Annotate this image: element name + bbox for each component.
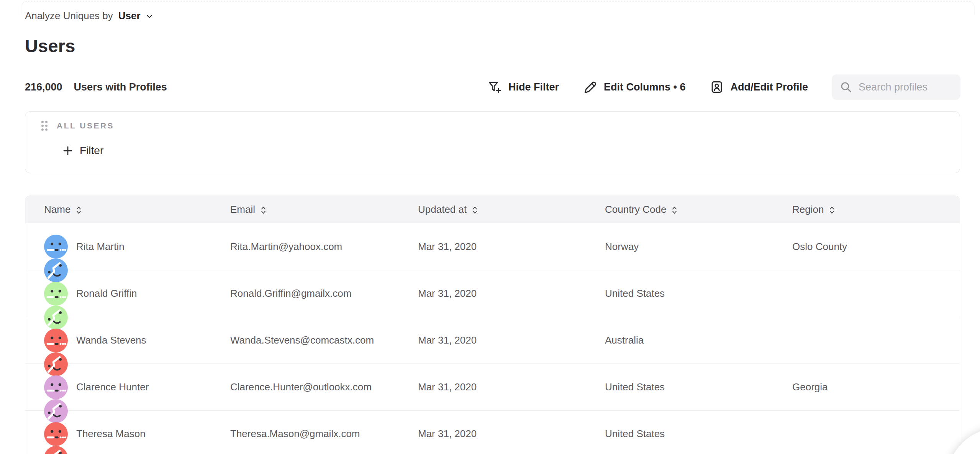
- avatar: [44, 282, 68, 306]
- hide-filter-button[interactable]: Hide Filter: [487, 80, 559, 94]
- profile-count-group: 216,000 Users with Profiles: [25, 81, 167, 93]
- avatar: [44, 329, 68, 352]
- sort-icon: [472, 206, 478, 214]
- filter-group-header: ALL USERS: [41, 121, 114, 131]
- user-name: Ronald Griffin: [76, 288, 137, 299]
- search-icon: [839, 81, 852, 94]
- user-name: Theresa Mason: [76, 428, 146, 440]
- table-row[interactable]: Rita Martin Rita.Martin@yahoox.com Mar 3…: [25, 223, 960, 270]
- user-updated-at: Mar 31, 2020: [418, 428, 477, 440]
- add-edit-profile-button[interactable]: Add/Edit Profile: [710, 80, 808, 94]
- user-country: United States: [605, 428, 665, 440]
- table-row[interactable]: Wanda Stevens Wanda.Stevens@comcastx.com…: [25, 317, 960, 364]
- content-card-top-edge: [21, 1, 975, 15]
- user-email: Ronald.Griffin@gmailx.com: [230, 288, 351, 299]
- edit-columns-label: Edit Columns • 6: [604, 81, 685, 93]
- user-updated-at: Mar 31, 2020: [418, 334, 477, 346]
- profile-count-label: Users with Profiles: [74, 81, 167, 93]
- search-profiles-box[interactable]: [832, 74, 960, 100]
- column-header-name[interactable]: Name: [25, 196, 211, 223]
- add-edit-profile-label: Add/Edit Profile: [731, 81, 808, 93]
- profile-count: 216,000: [25, 81, 62, 93]
- filter-funnel-icon: [487, 80, 502, 94]
- page-title: Users: [25, 35, 75, 56]
- chevron-down-icon: [145, 12, 154, 21]
- profile-badge-icon: [710, 80, 724, 94]
- user-updated-at: Mar 31, 2020: [418, 241, 477, 253]
- filter-group-label: ALL USERS: [57, 121, 114, 130]
- column-header-label: Email: [230, 204, 255, 215]
- user-region: Oslo County: [792, 241, 847, 253]
- sort-icon: [261, 206, 266, 214]
- user-email: Rita.Martin@yahoox.com: [230, 241, 342, 253]
- column-header-region[interactable]: Region: [774, 196, 960, 223]
- user-updated-at: Mar 31, 2020: [418, 288, 477, 299]
- user-email: Theresa.Mason@gmailx.com: [230, 428, 360, 440]
- users-table: Name Email Updated at Country Code Regio…: [25, 196, 960, 454]
- user-country: United States: [605, 381, 665, 393]
- user-country: United States: [605, 288, 665, 299]
- sort-icon: [672, 206, 677, 214]
- sort-icon: [829, 206, 835, 214]
- user-email: Clarence.Hunter@outlookx.com: [230, 381, 372, 393]
- table-row[interactable]: Ronald Griffin Ronald.Griffin@gmailx.com…: [25, 270, 960, 317]
- user-name: Rita Martin: [76, 241, 125, 253]
- analyze-by-label: Analyze Uniques by: [25, 10, 113, 22]
- avatar: [44, 375, 68, 399]
- user-country: Australia: [605, 334, 644, 346]
- add-filter-button[interactable]: Filter: [62, 145, 103, 157]
- stats-toolbar-row: 216,000 Users with Profiles Hide Filter …: [25, 74, 960, 100]
- column-header-country-code[interactable]: Country Code: [586, 196, 774, 223]
- hide-filter-label: Hide Filter: [508, 81, 559, 93]
- search-profiles-input[interactable]: [859, 81, 953, 93]
- column-header-updated-at[interactable]: Updated at: [399, 196, 586, 223]
- analyze-by-dropdown[interactable]: User: [118, 10, 154, 22]
- users-page: Analyze Uniques by User Users 216,000 Us…: [0, 0, 980, 454]
- user-region: Georgia: [792, 381, 828, 393]
- sort-icon: [76, 206, 82, 214]
- table-row[interactable]: Theresa Mason Theresa.Mason@gmailx.com M…: [25, 410, 960, 454]
- table-body: Rita Martin Rita.Martin@yahoox.com Mar 3…: [25, 223, 960, 454]
- column-header-label: Region: [792, 204, 824, 215]
- user-country: Norway: [605, 241, 639, 253]
- user-updated-at: Mar 31, 2020: [418, 381, 477, 393]
- breadcrumb: Analyze Uniques by User: [25, 10, 154, 22]
- table-row[interactable]: Clarence Hunter Clarence.Hunter@outlookx…: [25, 364, 960, 410]
- avatar: [44, 422, 68, 446]
- column-header-label: Country Code: [605, 204, 666, 215]
- column-header-label: Updated at: [418, 204, 467, 215]
- analyze-by-value: User: [118, 10, 141, 22]
- toolbar: Hide Filter Edit Columns • 6 Add/Edit Pr…: [487, 74, 960, 100]
- pencil-icon: [583, 80, 597, 94]
- user-name: Wanda Stevens: [76, 334, 146, 346]
- avatar: [44, 235, 68, 258]
- filter-panel: ALL USERS Filter: [25, 111, 960, 173]
- user-name: Clarence Hunter: [76, 381, 149, 393]
- drag-handle-icon[interactable]: [41, 121, 48, 131]
- edit-columns-button[interactable]: Edit Columns • 6: [583, 80, 685, 94]
- user-email: Wanda.Stevens@comcastx.com: [230, 334, 374, 346]
- column-header-email[interactable]: Email: [211, 196, 399, 223]
- add-filter-label: Filter: [80, 145, 103, 157]
- column-header-label: Name: [44, 204, 70, 215]
- table-header-row: Name Email Updated at Country Code Regio…: [25, 196, 960, 223]
- plus-icon: [62, 145, 74, 156]
